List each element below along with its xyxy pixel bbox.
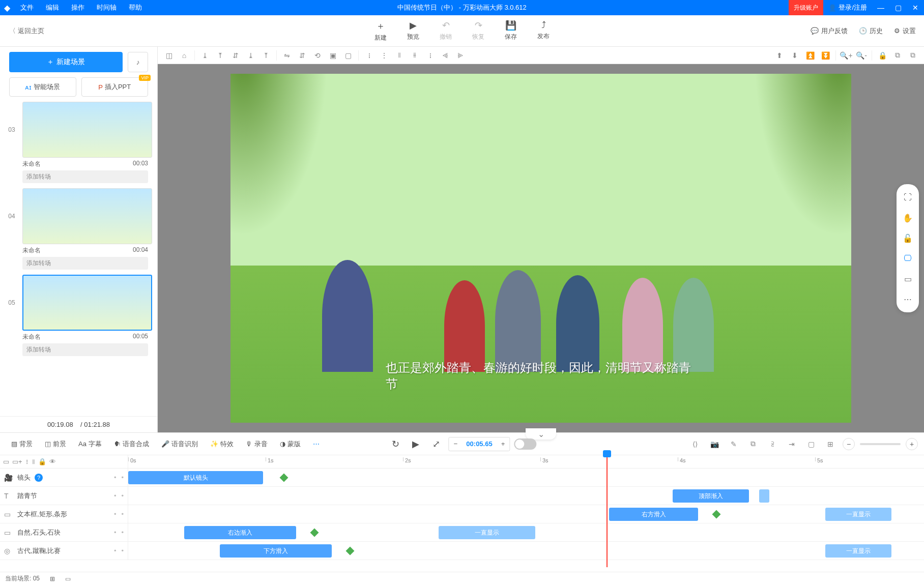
character-5[interactable]	[622, 278, 663, 372]
tl-indent-icon[interactable]: ⇥	[785, 437, 799, 451]
timeline-clip[interactable]: 一直显示	[439, 526, 535, 539]
rotate-icon[interactable]: ⟲	[310, 48, 325, 63]
device-icon[interactable]: ▭	[900, 271, 916, 287]
character-4[interactable]	[556, 275, 599, 372]
menu-help[interactable]: 帮助	[123, 3, 148, 12]
toolbar-right-用户反馈-button[interactable]: 💬用户反馈	[811, 26, 848, 36]
track-label[interactable]: T 踏青节 ••	[0, 487, 128, 505]
minimize-button[interactable]: —	[872, 4, 889, 12]
timeline-clip[interactable]: 默认镜头	[128, 471, 263, 484]
track-label[interactable]: ▭ 文本框,矩形,条形 ••	[0, 505, 128, 523]
timeline-ruler[interactable]: 0s1s2s3s4s5s	[128, 455, 924, 468]
tl-edit-icon[interactable]: ✎	[727, 437, 741, 451]
tl-hdr-icon3[interactable]: ⫶	[25, 458, 29, 465]
track-lane[interactable]: 右边渐入一直显示	[128, 523, 924, 541]
toolbar-right-历史-button[interactable]: 🕒历史	[859, 26, 883, 36]
align-right-icon[interactable]: ⤒	[259, 48, 273, 63]
tab-background[interactable]: ▨背景	[6, 440, 38, 449]
timeline-clip[interactable]: 一直显示	[825, 508, 891, 521]
tl-zoom-slider[interactable]	[860, 443, 901, 445]
more-icon[interactable]: ⋯	[900, 291, 916, 307]
menu-file[interactable]: 文件	[14, 3, 40, 12]
character-6[interactable]	[673, 278, 714, 372]
timeline-clip[interactable]: 一直显示	[825, 544, 891, 558]
tab-subtitle[interactable]: Aa字幕	[73, 440, 107, 449]
paste-icon[interactable]: ⧉	[906, 48, 920, 63]
fullscreen-icon[interactable]: ⛶	[900, 189, 916, 206]
tl-zoom-out-button[interactable]: −	[843, 438, 855, 450]
music-button[interactable]: ♪	[128, 52, 148, 72]
tl-zoom-in-button[interactable]: +	[906, 438, 918, 450]
track-lane[interactable]: 默认镜头	[128, 469, 924, 486]
toolbar-发布-button[interactable]: ⤴发布	[537, 20, 550, 42]
menu-edit[interactable]: 编辑	[40, 3, 65, 12]
tl-hdr-lock-icon[interactable]: 🔒	[38, 458, 46, 465]
help-icon[interactable]: ?	[35, 474, 43, 482]
tab-tts[interactable]: 🗣语音合成	[109, 440, 154, 449]
playhead[interactable]	[607, 455, 608, 567]
timeline-clip[interactable]: 右边渐入	[184, 526, 296, 539]
tab-asr[interactable]: 🎤语音识别	[156, 440, 203, 449]
timeline-clip[interactable]: 顶部渐入	[673, 489, 749, 503]
keyframe-diamond[interactable]	[346, 547, 355, 555]
track-dot-icon[interactable]: •	[114, 510, 117, 518]
track-dot-icon[interactable]: •	[121, 474, 124, 481]
tl-hdr-icon2[interactable]: ▭+	[12, 458, 22, 465]
character-2[interactable]	[444, 280, 485, 372]
track-dot-icon[interactable]: •	[121, 529, 124, 536]
fullscreen-play-button[interactable]: ⤢	[428, 436, 444, 452]
toolbar-right-设置-button[interactable]: ⚙设置	[894, 26, 916, 36]
track-label[interactable]: ▭ 自然,石头,石块 ••	[0, 523, 128, 541]
spacing2-icon[interactable]: ⫵	[408, 48, 422, 63]
status-icon1[interactable]: ⊞	[50, 575, 55, 582]
layer-up-icon[interactable]: ⬆	[772, 48, 787, 63]
group-icon[interactable]: ▣	[326, 48, 340, 63]
tab-record[interactable]: 🎙录音	[241, 440, 273, 449]
distribute-v-icon[interactable]: ⋮	[377, 48, 391, 63]
character-1[interactable]	[322, 260, 373, 372]
tl-hdr-icon4[interactable]: ⫴	[32, 458, 35, 466]
login-button[interactable]: 👤 登录/注册	[823, 3, 872, 12]
layer-down-icon[interactable]: ⬇	[788, 48, 802, 63]
track-dot-icon[interactable]: •	[114, 547, 117, 554]
track-lane[interactable]: 右方滑入一直显示	[128, 505, 924, 523]
tl-layers-icon[interactable]: ⧉	[746, 437, 760, 451]
insert-ppt-button[interactable]: P 插入PPT VIP	[81, 77, 149, 97]
copy-icon[interactable]: ⧉	[890, 48, 905, 63]
scene-thumbnail-04[interactable]	[22, 188, 152, 244]
spacing5-icon[interactable]: ⫸	[453, 48, 468, 63]
toolbar-新建-button[interactable]: ＋新建	[374, 20, 387, 42]
track-dot-icon[interactable]: •	[114, 492, 117, 500]
tab-effects[interactable]: ✨特效	[205, 440, 239, 449]
tab-mask[interactable]: ◑蒙版	[275, 440, 306, 449]
flip-h-icon[interactable]: ⇋	[280, 48, 294, 63]
track-lane[interactable]: 顶部渐入	[128, 487, 924, 505]
tab-more[interactable]: ⋯	[308, 440, 325, 448]
scene-thumbnail-03[interactable]	[22, 102, 152, 158]
zoom-in-icon[interactable]: 🔍+	[839, 48, 853, 63]
play-button[interactable]: ▶	[408, 436, 424, 452]
spacing3-icon[interactable]: ⫶	[423, 48, 437, 63]
crop-icon[interactable]: ◫	[162, 48, 176, 63]
upgrade-button[interactable]: 升级账户	[789, 0, 823, 15]
spacing-icon[interactable]: ⫴	[392, 48, 407, 63]
canvas-viewport[interactable]: 也正是郊外踏青、春游的好时段，因此，清明节又称踏青节 ⛶ ✋ 🔓 🖵 ▭ ⋯ ⌄	[158, 64, 924, 432]
menu-timeline[interactable]: 时间轴	[91, 3, 123, 12]
align-top-icon[interactable]: ⤒	[213, 48, 227, 63]
add-transition-button[interactable]: 添加转场	[22, 170, 148, 183]
track-label[interactable]: ◎ 古代,蹴鞠,比赛 ••	[0, 542, 128, 560]
tl-grid-icon[interactable]: ⊞	[823, 437, 838, 451]
hand-icon[interactable]: ✋	[900, 210, 916, 226]
tl-tool1-icon[interactable]: ⟨⟩	[688, 437, 702, 451]
character-3[interactable]	[495, 270, 541, 372]
ai-scene-button[interactable]: ᴀɪ 智能场景	[9, 77, 76, 97]
tl-hdr-icon1[interactable]: ▭	[3, 458, 9, 465]
home-icon[interactable]: ⌂	[177, 48, 191, 63]
unlock-icon[interactable]: 🔓	[900, 230, 916, 246]
toolbar-预览-button[interactable]: ▶预览	[407, 20, 419, 42]
align-center-icon[interactable]: ⇵	[228, 48, 243, 63]
menu-operate[interactable]: 操作	[65, 3, 91, 12]
lock-icon[interactable]: 🔒	[875, 48, 889, 63]
scene-thumbnail-05[interactable]	[22, 275, 152, 331]
tl-camera-icon[interactable]: 📷	[707, 437, 721, 451]
